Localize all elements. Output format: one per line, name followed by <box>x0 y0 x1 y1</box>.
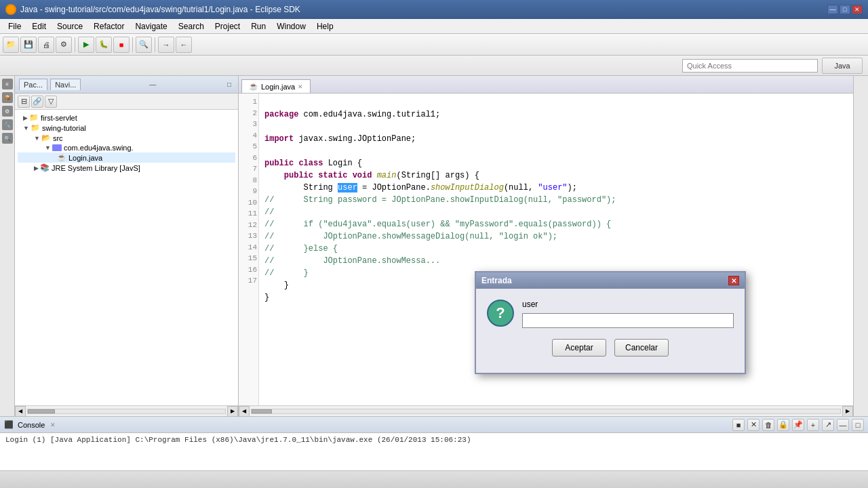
editor-scroll-track[interactable] <box>251 409 841 414</box>
menu-item-source[interactable]: Source <box>52 20 88 33</box>
maximize-button[interactable]: □ <box>840 5 850 14</box>
perspective-java-btn[interactable]: Java <box>822 58 863 74</box>
console-stop-btn[interactable]: ■ <box>732 419 745 431</box>
cancel-button[interactable]: Cancelar <box>614 339 669 357</box>
pe-scrollbar[interactable]: ◀ ▶ <box>15 405 238 416</box>
console-close-btn[interactable]: ✕ <box>50 422 56 428</box>
toolbar-new-btn[interactable]: 📁 <box>3 37 19 53</box>
tab-close-btn[interactable]: ✕ <box>298 83 303 90</box>
window-close-button[interactable]: ✕ <box>852 5 863 14</box>
dialog-inputs: user <box>522 300 734 328</box>
menu-item-window[interactable]: Window <box>271 20 311 33</box>
left-icon-1[interactable]: ≡ <box>2 79 13 89</box>
console-output-text: Login (1) [Java Application] C:\Program … <box>5 436 471 444</box>
toolbar-stop-btn[interactable]: ■ <box>113 37 130 53</box>
left-icon-3[interactable]: ⚙ <box>2 106 13 117</box>
quick-access-input[interactable] <box>682 59 818 73</box>
accept-button[interactable]: Aceptar <box>552 339 606 357</box>
pe-minimize-btn[interactable]: — <box>148 80 157 89</box>
editor-tab-loginjava[interactable]: ☕ Login.java ✕ <box>241 79 311 93</box>
menu-item-run[interactable]: Run <box>245 20 271 33</box>
pe-menu-btn[interactable]: ▽ <box>45 96 57 108</box>
window-controls: — □ ✕ <box>827 5 863 14</box>
tree-item-swing-tutorial[interactable]: ▼ 📁 swing-tutorial <box>18 123 235 133</box>
tree-arrow-first-servlet: ▶ <box>23 115 28 121</box>
console-header-controls: ■ ✕ 🗑 🔒 📌 + ↗ — □ <box>732 419 864 431</box>
tree-item-package[interactable]: ▼ com.edu4java.swing. <box>18 143 235 152</box>
tree-label-swing-tutorial: swing-tutorial <box>42 124 86 132</box>
left-icon-5[interactable]: 🔍 <box>2 133 13 144</box>
toolbar-run-btn[interactable]: ▶ <box>78 37 94 53</box>
scroll-right-btn[interactable]: ▶ <box>227 406 238 417</box>
toolbar-print-btn[interactable]: 🖨 <box>38 37 54 53</box>
menu-item-search[interactable]: Search <box>173 20 210 33</box>
dialog-titlebar: Entrada ✕ <box>476 272 745 289</box>
console-clear-btn[interactable]: 🗑 <box>762 419 774 431</box>
status-bar <box>0 470 868 488</box>
line-numbers: 12345 678910 1112131415 1617 <box>239 94 259 405</box>
scroll-track[interactable] <box>27 409 226 414</box>
menu-item-edit[interactable]: Edit <box>26 20 52 33</box>
minimize-button[interactable]: — <box>827 5 838 14</box>
scroll-thumb[interactable] <box>28 409 55 413</box>
menu-item-navigate[interactable]: Navigate <box>130 20 172 33</box>
toolbar-save-btn[interactable]: 💾 <box>20 37 37 53</box>
tree-label-loginjava: Login.java <box>68 154 102 162</box>
left-icon-4[interactable]: 🔧 <box>2 119 13 130</box>
left-sidebar-icons: ≡ 📦 ⚙ 🔧 🔍 <box>0 76 15 416</box>
tree-item-jre[interactable]: ▶ 📚 JRE System Library [JavS] <box>18 163 235 173</box>
pe-tab-navigator[interactable]: Navi... <box>50 79 81 90</box>
dialog-close-btn[interactable]: ✕ <box>728 276 739 285</box>
menu-item-project[interactable]: Project <box>210 20 245 33</box>
eclipse-icon <box>5 4 16 15</box>
toolbar-prev-btn[interactable]: ← <box>176 37 192 53</box>
title-bar: Java - swing-tutorial/src/com/edu4java/s… <box>0 0 868 19</box>
quick-access-bar: Java <box>0 56 868 76</box>
console-output: Login (1) [Java Application] C:\Program … <box>0 433 868 447</box>
console-new-btn[interactable]: + <box>807 419 819 431</box>
console-header: ⬛ Console ✕ ■ ✕ 🗑 🔒 📌 + ↗ — □ <box>0 417 868 433</box>
tree-arrow-jre: ▶ <box>34 165 39 171</box>
editor-scroll-thumb[interactable] <box>252 409 272 413</box>
scroll-left-btn[interactable]: ◀ <box>15 406 26 417</box>
menu-item-refactor[interactable]: Refactor <box>88 20 130 33</box>
console-tab-label[interactable]: Console <box>18 421 45 429</box>
toolbar-search-btn[interactable]: 🔍 <box>136 37 152 53</box>
project-icon-2: 📁 <box>31 123 40 132</box>
toolbar-debug-btn[interactable]: 🐛 <box>96 37 112 53</box>
dialog-buttons: Aceptar Cancelar <box>487 339 734 362</box>
editor-scroll-left[interactable]: ◀ <box>239 406 250 417</box>
toolbar-next-btn[interactable]: → <box>158 37 174 53</box>
tree-item-first-servlet[interactable]: ▶ 📁 first-servlet <box>18 113 235 123</box>
console-minimize-btn[interactable]: — <box>837 419 849 431</box>
library-icon: 📚 <box>40 163 50 172</box>
left-icon-2[interactable]: 📦 <box>2 92 13 103</box>
console-panel: ⬛ Console ✕ ■ ✕ 🗑 🔒 📌 + ↗ — □ Login (1) … <box>0 416 868 470</box>
console-terminate-btn[interactable]: ✕ <box>747 419 760 431</box>
package-explorer: Pac... Navi... — □ ⊟ 🔗 ▽ ▶ 📁 first-servl… <box>15 76 239 416</box>
menu-item-file[interactable]: File <box>3 20 26 33</box>
pe-maximize-btn[interactable]: □ <box>224 80 234 89</box>
project-icon: 📁 <box>29 113 39 122</box>
console-maximize-btn[interactable]: □ <box>852 419 864 431</box>
menu-item-help[interactable]: Help <box>311 20 339 33</box>
toolbar: 📁 💾 🖨 ⚙ ▶ 🐛 ■ 🔍 → ← <box>0 34 868 56</box>
dialog-text-input[interactable] <box>522 313 734 328</box>
console-pin-btn[interactable]: 📌 <box>792 419 804 431</box>
toolbar-btn4[interactable]: ⚙ <box>56 37 72 53</box>
tree-arrow-src: ▼ <box>34 135 40 142</box>
toolbar-sep3 <box>155 37 155 52</box>
package-icon <box>52 144 62 151</box>
editor-scroll-right[interactable]: ▶ <box>842 406 853 417</box>
tree-item-src[interactable]: ▼ 📂 src <box>18 133 235 143</box>
console-scroll-lock-btn[interactable]: 🔒 <box>777 419 789 431</box>
tree-label-jre: JRE System Library [JavS] <box>52 164 140 172</box>
console-open-btn[interactable]: ↗ <box>822 419 834 431</box>
dialog-title: Entrada <box>481 276 512 285</box>
tree-item-loginjava[interactable]: ☕ Login.java <box>18 152 235 163</box>
pe-link-btn[interactable]: 🔗 <box>31 96 43 108</box>
pe-tab-packages[interactable]: Pac... <box>19 79 47 90</box>
pe-collapse-btn[interactable]: ⊟ <box>18 96 30 108</box>
editor-scrollbar[interactable]: ◀ ▶ <box>239 405 853 416</box>
toolbar-sep1 <box>75 37 75 52</box>
